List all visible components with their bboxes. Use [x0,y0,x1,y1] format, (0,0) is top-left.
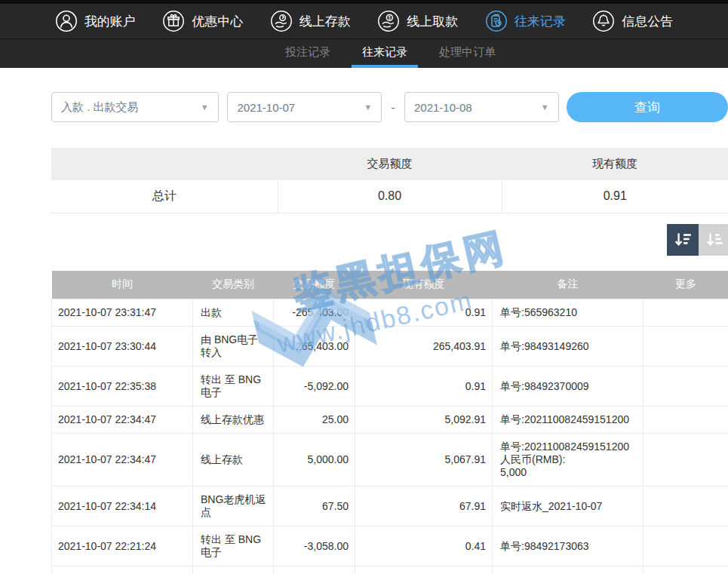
announcement-bell-icon [592,10,615,32]
nav-item-deposit[interactable]: 线上存款 [270,10,351,32]
search-button[interactable]: 查询 [567,92,728,122]
cell-more [644,487,728,526]
table-row: 2021-10-07 23:31:47出款-265,403.000.91单号:5… [52,299,728,327]
transactions-header-row: 时间 交易类别 交易额度 现有额度 备注 更多 [52,271,728,299]
cell-type: 转出 至 BNG电子 [193,367,274,407]
cell-more [644,407,728,434]
cell-balance: 0.91 [355,367,493,407]
cell-time: 2021-10-07 22:35:38 [52,367,193,407]
transaction-type-select[interactable]: 入款 . 出款交易 ▼ [51,92,219,122]
chevron-down-icon: ▼ [364,103,372,112]
remark-line: 单号:202110082459151200 [500,440,637,453]
transactions-body: 2021-10-07 23:31:47出款-265,403.000.91单号:5… [52,299,728,574]
cell-remark: 单号:565963210 [493,299,644,327]
table-row: 2021-10-07 22:21:24转出 至 BNG电子-3,058.000.… [52,526,728,566]
remark-line: 单号:202110082459151200 [500,413,637,426]
cell-time: 2021-10-07 22:21:05 [52,566,193,574]
cell-type: BNG老虎机返点 [193,487,274,526]
cell-balance: 0.41 [355,526,493,566]
cell-type: 线上存款优惠 [193,407,274,434]
date-from-select[interactable]: 2021-10-07 ▼ [227,92,382,122]
nav-label: 我的账户 [84,13,136,30]
table-row: 2021-10-07 22:21:05线上存款优惠15.003,058.41单号… [52,566,728,574]
cell-time: 2021-10-07 22:34:47 [52,407,193,434]
summary-transaction-total: 0.80 [278,180,502,213]
summary-header-current-balance: 现有额度 [502,148,728,180]
records-icon [485,10,508,32]
sort-controls [51,224,728,256]
remark-line: 单号:98493149260 [500,340,637,353]
date-to-select[interactable]: 2021-10-08 ▼ [404,92,559,122]
col-remark: 备注 [493,271,644,299]
transactions-table: 时间 交易类别 交易额度 现有额度 备注 更多 2021-10-07 23:31… [51,271,728,574]
cell-remark: 单号:202110082459141221 [493,566,644,574]
cell-time: 2021-10-07 23:31:47 [52,299,193,327]
remark-line: 单号:565963210 [500,306,637,319]
cell-time: 2021-10-07 23:30:44 [52,327,193,367]
cell-more [644,299,728,327]
date-range-separator: - [382,101,404,114]
remark-line: 实时返水_2021-10-07 [500,500,637,513]
summary-total-row: 总计 0.80 0.91 [51,180,728,213]
user-icon [55,10,78,32]
summary-balance-total: 0.91 [502,180,728,213]
date-from-value: 2021-10-07 [237,101,295,114]
cell-amount: -5,092.00 [274,367,355,407]
cell-more [644,367,728,407]
sort-descending-button[interactable] [667,224,699,256]
cell-more [644,434,728,487]
table-row: 2021-10-07 22:34:47线上存款5,000.005,067.91单… [52,434,728,487]
cell-remark: 实时返水_2021-10-07 [493,487,644,526]
gift-icon [162,10,185,32]
cell-amount: -3,058.00 [274,526,355,566]
table-row: 2021-10-07 22:34:47线上存款优惠25.005,092.91单号… [52,407,728,434]
cell-remark: 单号:98493149260 [493,327,644,367]
sort-ascending-button[interactable] [699,224,728,256]
transaction-type-value: 入款 . 出款交易 [61,100,139,115]
content: 入款 . 出款交易 ▼ 2021-10-07 ▼ - 2021-10-08 ▼ … [0,92,728,574]
chevron-down-icon: ▼ [201,103,209,112]
page: 我的账户 优惠中心 [0,0,728,574]
deposit-icon [270,10,293,32]
nav-label: 优惠中心 [192,13,243,30]
table-row: 2021-10-07 22:34:14BNG老虎机返点67.5067.91实时返… [52,487,728,526]
cell-time: 2021-10-07 22:34:47 [52,434,193,487]
cell-balance: 5,092.91 [355,407,493,434]
cell-type: 由 BNG电子 转入 [193,327,274,367]
cell-type: 出款 [193,299,274,327]
cell-balance: 3,058.41 [355,566,493,574]
cell-time: 2021-10-07 22:34:14 [52,487,193,526]
date-to-value: 2021-10-08 [414,101,472,114]
sort-ascending-icon [705,230,724,250]
filter-bar: 入款 . 出款交易 ▼ 2021-10-07 ▼ - 2021-10-08 ▼ … [51,92,728,122]
nav-item-my-account[interactable]: 我的账户 [55,10,136,32]
tab-pending-orders[interactable]: 处理中订单 [429,39,506,68]
summary-total-label: 总计 [51,180,278,213]
cell-balance: 67.91 [355,487,493,526]
cell-amount: -265,403.00 [274,299,355,327]
chevron-down-icon: ▼ [541,103,549,112]
nav-label: 信息公告 [622,13,673,30]
cell-type: 线上存款优惠 [193,566,274,574]
remark-line: 5,000 [500,466,637,479]
cell-more [644,327,728,367]
cell-remark: 单号:98492173063 [493,526,644,566]
col-time: 时间 [52,271,193,299]
sort-descending-icon [673,230,693,250]
cell-remark: 单号:98492370009 [493,367,644,407]
nav-item-records[interactable]: 往来记录 [485,10,566,32]
cell-type: 线上存款 [193,434,274,487]
cell-balance: 0.91 [355,299,493,327]
nav-item-withdraw[interactable]: $ 线上取款 [377,10,458,32]
cell-type: 转出 至 BNG电子 [193,526,274,566]
remark-line: 单号:98492370009 [500,380,637,393]
nav-item-announcements[interactable]: 信息公告 [592,10,673,32]
cell-balance: 265,403.91 [355,327,493,367]
summary-table: 交易额度 现有额度 总计 0.80 0.91 [51,148,728,213]
tab-transaction-records[interactable]: 往来记录 [352,39,418,68]
tab-betting-records[interactable]: 投注记录 [275,39,341,68]
nav-item-promotions[interactable]: 优惠中心 [162,10,243,32]
cell-amount: 265,403.00 [274,327,355,367]
cell-balance: 5,067.91 [355,434,493,487]
nav-label: 线上存款 [299,13,351,30]
